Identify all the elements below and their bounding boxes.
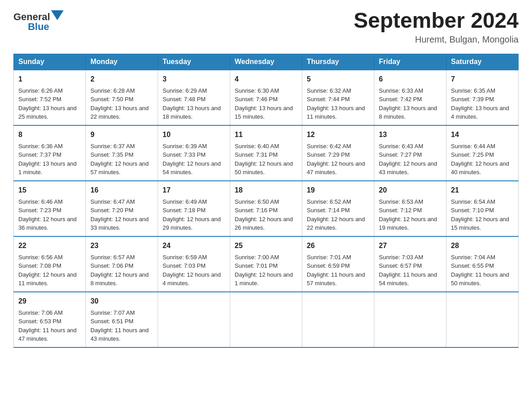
day-info: Sunrise: 6:26 AMSunset: 7:52 PMDaylight:… bbox=[18, 87, 77, 120]
day-info: Sunrise: 6:46 AMSunset: 7:23 PMDaylight:… bbox=[18, 198, 77, 231]
day-number: 19 bbox=[307, 185, 369, 196]
calendar-cell: 8Sunrise: 6:36 AMSunset: 7:37 PMDaylight… bbox=[14, 125, 86, 181]
day-number: 4 bbox=[235, 74, 297, 85]
calendar-cell: 3Sunrise: 6:29 AMSunset: 7:48 PMDaylight… bbox=[158, 70, 230, 125]
day-info: Sunrise: 7:01 AMSunset: 6:59 PMDaylight:… bbox=[307, 254, 365, 287]
day-number: 11 bbox=[235, 129, 297, 140]
calendar-cell: 18Sunrise: 6:50 AMSunset: 7:16 PMDayligh… bbox=[230, 181, 302, 236]
column-header-thursday: Thursday bbox=[302, 54, 374, 70]
day-info: Sunrise: 6:42 AMSunset: 7:29 PMDaylight:… bbox=[307, 143, 365, 176]
day-info: Sunrise: 6:44 AMSunset: 7:25 PMDaylight:… bbox=[451, 143, 509, 176]
day-number: 28 bbox=[451, 240, 514, 251]
calendar-cell: 22Sunrise: 6:56 AMSunset: 7:08 PMDayligh… bbox=[14, 236, 86, 292]
calendar-cell bbox=[158, 292, 230, 347]
calendar-cell bbox=[446, 292, 519, 347]
day-info: Sunrise: 6:37 AMSunset: 7:35 PMDaylight:… bbox=[90, 143, 149, 176]
day-number: 15 bbox=[18, 185, 81, 196]
calendar-cell: 23Sunrise: 6:57 AMSunset: 7:06 PMDayligh… bbox=[86, 236, 158, 292]
day-number: 29 bbox=[18, 296, 81, 307]
calendar-cell: 11Sunrise: 6:40 AMSunset: 7:31 PMDayligh… bbox=[230, 125, 302, 181]
calendar-cell: 6Sunrise: 6:33 AMSunset: 7:42 PMDaylight… bbox=[374, 70, 446, 125]
day-number: 17 bbox=[163, 185, 225, 196]
day-info: Sunrise: 6:56 AMSunset: 7:08 PMDaylight:… bbox=[18, 254, 77, 287]
day-info: Sunrise: 6:35 AMSunset: 7:39 PMDaylight:… bbox=[451, 87, 509, 120]
calendar-subtitle: Huremt, Bulgan, Mongolia bbox=[354, 34, 519, 45]
calendar-week-row: 15Sunrise: 6:46 AMSunset: 7:23 PMDayligh… bbox=[14, 181, 519, 236]
svg-marker-0 bbox=[51, 10, 64, 20]
column-header-sunday: Sunday bbox=[14, 54, 86, 70]
calendar-cell: 27Sunrise: 7:03 AMSunset: 6:57 PMDayligh… bbox=[374, 236, 446, 292]
day-info: Sunrise: 6:36 AMSunset: 7:37 PMDaylight:… bbox=[18, 143, 77, 176]
calendar-cell bbox=[374, 292, 446, 347]
calendar-cell: 9Sunrise: 6:37 AMSunset: 7:35 PMDaylight… bbox=[86, 125, 158, 181]
day-info: Sunrise: 7:04 AMSunset: 6:55 PMDaylight:… bbox=[451, 254, 509, 287]
day-info: Sunrise: 6:30 AMSunset: 7:46 PMDaylight:… bbox=[235, 87, 293, 120]
day-info: Sunrise: 6:54 AMSunset: 7:10 PMDaylight:… bbox=[451, 198, 509, 231]
day-number: 7 bbox=[451, 74, 514, 85]
day-info: Sunrise: 6:43 AMSunset: 7:27 PMDaylight:… bbox=[379, 143, 437, 176]
day-number: 3 bbox=[163, 74, 225, 85]
calendar-week-row: 8Sunrise: 6:36 AMSunset: 7:37 PMDaylight… bbox=[14, 125, 519, 181]
day-number: 10 bbox=[163, 129, 225, 140]
day-info: Sunrise: 6:49 AMSunset: 7:18 PMDaylight:… bbox=[163, 198, 221, 231]
day-info: Sunrise: 6:40 AMSunset: 7:31 PMDaylight:… bbox=[235, 143, 293, 176]
logo: General Blue bbox=[13, 9, 64, 33]
calendar-cell: 12Sunrise: 6:42 AMSunset: 7:29 PMDayligh… bbox=[302, 125, 374, 181]
day-number: 21 bbox=[451, 185, 514, 196]
calendar-cell: 7Sunrise: 6:35 AMSunset: 7:39 PMDaylight… bbox=[446, 70, 519, 125]
calendar-cell: 2Sunrise: 6:28 AMSunset: 7:50 PMDaylight… bbox=[86, 70, 158, 125]
day-info: Sunrise: 6:33 AMSunset: 7:42 PMDaylight:… bbox=[379, 87, 437, 120]
calendar-cell: 28Sunrise: 7:04 AMSunset: 6:55 PMDayligh… bbox=[446, 236, 519, 292]
day-number: 27 bbox=[379, 240, 442, 251]
day-number: 2 bbox=[90, 74, 153, 85]
day-number: 8 bbox=[18, 129, 81, 140]
calendar-cell: 20Sunrise: 6:53 AMSunset: 7:12 PMDayligh… bbox=[374, 181, 446, 236]
calendar-cell bbox=[230, 292, 302, 347]
day-info: Sunrise: 6:59 AMSunset: 7:03 PMDaylight:… bbox=[163, 254, 221, 287]
day-info: Sunrise: 6:47 AMSunset: 7:20 PMDaylight:… bbox=[90, 198, 149, 231]
day-number: 18 bbox=[235, 185, 297, 196]
day-number: 12 bbox=[307, 129, 369, 140]
day-info: Sunrise: 6:28 AMSunset: 7:50 PMDaylight:… bbox=[90, 87, 149, 120]
day-info: Sunrise: 6:32 AMSunset: 7:44 PMDaylight:… bbox=[307, 87, 365, 120]
day-number: 22 bbox=[18, 240, 81, 251]
calendar-cell: 26Sunrise: 7:01 AMSunset: 6:59 PMDayligh… bbox=[302, 236, 374, 292]
calendar-cell: 14Sunrise: 6:44 AMSunset: 7:25 PMDayligh… bbox=[446, 125, 519, 181]
column-header-wednesday: Wednesday bbox=[230, 54, 302, 70]
calendar-table: SundayMondayTuesdayWednesdayThursdayFrid… bbox=[13, 54, 519, 348]
day-number: 5 bbox=[307, 74, 369, 85]
page-header: General Blue September 2024 Huremt, Bulg… bbox=[13, 9, 519, 45]
day-number: 6 bbox=[379, 74, 442, 85]
day-info: Sunrise: 6:57 AMSunset: 7:06 PMDaylight:… bbox=[90, 254, 149, 287]
day-number: 23 bbox=[90, 240, 153, 251]
day-info: Sunrise: 7:00 AMSunset: 7:01 PMDaylight:… bbox=[235, 254, 293, 287]
logo-icon: General Blue bbox=[13, 11, 64, 33]
logo-arrow-icon bbox=[51, 10, 64, 23]
day-number: 26 bbox=[307, 240, 369, 251]
calendar-week-row: 29Sunrise: 7:06 AMSunset: 6:53 PMDayligh… bbox=[14, 292, 519, 347]
calendar-title: September 2024 bbox=[354, 9, 519, 33]
day-info: Sunrise: 7:06 AMSunset: 6:53 PMDaylight:… bbox=[18, 309, 77, 342]
day-number: 9 bbox=[90, 129, 153, 140]
day-info: Sunrise: 6:50 AMSunset: 7:16 PMDaylight:… bbox=[235, 198, 293, 231]
logo-text-blue: Blue bbox=[28, 21, 49, 32]
calendar-cell: 16Sunrise: 6:47 AMSunset: 7:20 PMDayligh… bbox=[86, 181, 158, 236]
calendar-cell: 13Sunrise: 6:43 AMSunset: 7:27 PMDayligh… bbox=[374, 125, 446, 181]
day-number: 14 bbox=[451, 129, 514, 140]
calendar-cell: 19Sunrise: 6:52 AMSunset: 7:14 PMDayligh… bbox=[302, 181, 374, 236]
calendar-cell: 29Sunrise: 7:06 AMSunset: 6:53 PMDayligh… bbox=[14, 292, 86, 347]
column-header-friday: Friday bbox=[374, 54, 446, 70]
day-info: Sunrise: 6:53 AMSunset: 7:12 PMDaylight:… bbox=[379, 198, 437, 231]
day-info: Sunrise: 7:03 AMSunset: 6:57 PMDaylight:… bbox=[379, 254, 437, 287]
day-info: Sunrise: 6:39 AMSunset: 7:33 PMDaylight:… bbox=[163, 143, 221, 176]
calendar-cell: 5Sunrise: 6:32 AMSunset: 7:44 PMDaylight… bbox=[302, 70, 374, 125]
day-info: Sunrise: 6:29 AMSunset: 7:48 PMDaylight:… bbox=[163, 87, 221, 120]
day-number: 20 bbox=[379, 185, 442, 196]
calendar-cell: 24Sunrise: 6:59 AMSunset: 7:03 PMDayligh… bbox=[158, 236, 230, 292]
calendar-cell: 10Sunrise: 6:39 AMSunset: 7:33 PMDayligh… bbox=[158, 125, 230, 181]
calendar-cell: 15Sunrise: 6:46 AMSunset: 7:23 PMDayligh… bbox=[14, 181, 86, 236]
column-header-saturday: Saturday bbox=[446, 54, 519, 70]
day-number: 24 bbox=[163, 240, 225, 251]
day-number: 30 bbox=[90, 296, 153, 307]
day-info: Sunrise: 6:52 AMSunset: 7:14 PMDaylight:… bbox=[307, 198, 365, 231]
